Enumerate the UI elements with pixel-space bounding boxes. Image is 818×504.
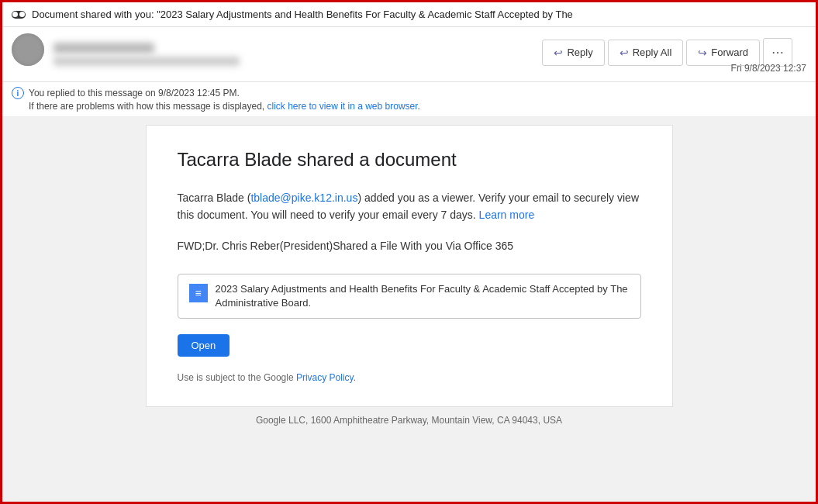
document-link-box: ≡ 2023 Salary Adjustments and Health Ben…	[178, 274, 641, 319]
email-content-card: Tacarra Blade shared a document Tacarra …	[146, 125, 673, 407]
avatar	[12, 33, 44, 66]
reply-all-label: Reply All	[633, 47, 672, 58]
notification-dot	[12, 11, 26, 19]
email-footer: Google LLC, 1600 Amphitheatre Parkway, M…	[146, 407, 673, 433]
reply-notice-text2: If there are problems with how this mess…	[29, 101, 420, 112]
email-timestamp: Fri 9/8/2023 12:37	[731, 63, 806, 74]
notification-text: Document shared with you: "2023 Salary A…	[32, 9, 573, 20]
document-name: 2023 Salary Adjustments and Health Benef…	[216, 282, 630, 310]
email-body-paragraph: Tacarra Blade (tblade@pike.k12.in.us) ad…	[178, 189, 641, 224]
view-in-browser-link[interactable]: click here to view it in a web browser	[267, 101, 417, 112]
fwd-text: FWD;Dr. Chris Reber(President)Shared a F…	[178, 240, 641, 252]
privacy-suffix: .	[354, 372, 356, 383]
sender-email-link[interactable]: tblade@pike.k12.in.us	[250, 192, 357, 204]
more-icon: ⋯	[771, 46, 784, 59]
reply-notice-row2: If there are problems with how this mess…	[12, 101, 806, 112]
learn-more-link[interactable]: Learn more	[479, 209, 535, 221]
privacy-prefix: Use is subject to the Google	[178, 372, 294, 383]
sender-name	[53, 43, 154, 54]
reply-all-button[interactable]: ↩ Reply All	[608, 40, 684, 66]
footer-text: Google LLC, 1600 Amphitheatre Parkway, M…	[256, 415, 562, 426]
reply-notice-row1: i You replied to this message on 9/8/202…	[12, 87, 806, 99]
email-body-wrapper[interactable]: Tacarra Blade shared a document Tacarra …	[2, 117, 816, 504]
forward-label: Forward	[711, 47, 748, 58]
email-title: Tacarra Blade shared a document	[178, 149, 641, 171]
notification-bar: Document shared with you: "2023 Salary A…	[2, 2, 816, 27]
privacy-policy-link[interactable]: Privacy Policy	[296, 372, 354, 383]
avatar-area	[12, 33, 44, 75]
reply-icon: ↩	[554, 47, 563, 59]
online-indicator	[24, 67, 32, 75]
reply-notice: i You replied to this message on 9/8/202…	[2, 82, 816, 117]
sender-details	[53, 57, 240, 66]
reply-all-icon: ↩	[620, 47, 629, 59]
open-button[interactable]: Open	[178, 334, 230, 357]
email-container: Document shared with you: "2023 Salary A…	[0, 0, 818, 504]
doc-icon-letter: ≡	[195, 287, 201, 299]
reply-label: Reply	[567, 47, 592, 58]
body-intro: Tacarra Blade (	[178, 192, 251, 204]
email-header: ↩ Reply ↩ Reply All ↪ Forward ⋯ Fri 9/8/…	[2, 27, 816, 82]
privacy-text: Use is subject to the Google Privacy Pol…	[178, 372, 641, 383]
reply-button[interactable]: ↩ Reply	[542, 40, 604, 66]
reply-notice-text1: You replied to this message on 9/8/2023 …	[29, 88, 240, 98]
info-icon: i	[12, 87, 24, 99]
forward-button[interactable]: ↪ Forward	[686, 40, 760, 66]
doc-icon: ≡	[189, 284, 208, 302]
forward-icon: ↪	[698, 47, 707, 59]
